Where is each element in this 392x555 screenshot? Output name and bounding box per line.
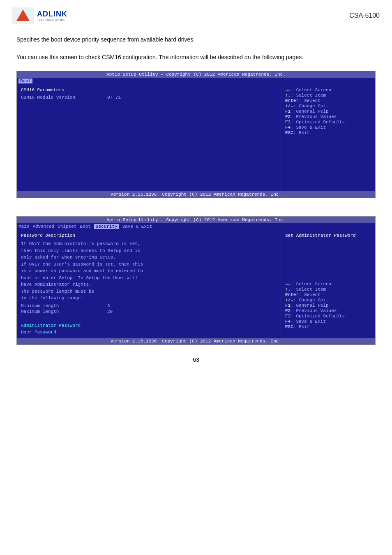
shortcut-select-screen-2: →←: Select Screen xyxy=(285,282,371,287)
shortcut-change-opt-2: +/–: Change Opt. xyxy=(285,298,371,303)
shortcut-f4-2: F4: Save & Exit xyxy=(285,319,371,324)
bios-left-panel-1: CSM16 Parameters CSM16 Module Version 07… xyxy=(17,84,281,191)
page-header: ADLINK TECHNOLOGY INC. CSA-5100 xyxy=(0,0,392,28)
bios-screen-1: Aptio Setup Utility – Copyright (C) 2012… xyxy=(16,71,376,198)
bios-body-1: CSM16 Parameters CSM16 Module Version 07… xyxy=(17,84,375,191)
tab-advanced[interactable]: Advanced xyxy=(32,224,54,229)
param-value-1: 07.71 xyxy=(107,95,121,100)
shortcut-f1-2: F1: General Help xyxy=(285,303,371,308)
shortcut-f4-1: F4: Save & Exit xyxy=(285,125,371,130)
param-name-1: CSM16 Module Version xyxy=(21,95,103,100)
bios-tab-bar-1: Boot xyxy=(17,78,375,84)
tab-boot[interactable]: Boot xyxy=(80,224,90,229)
shortcut-select-item-2: ↑↓: Select Item xyxy=(285,287,371,292)
admin-password-field[interactable]: Administrator Password xyxy=(21,323,277,328)
tab-main[interactable]: Main xyxy=(18,224,29,229)
shortcut-f3-1: F3: Optimized Defaults xyxy=(285,120,371,125)
tab-save-exit[interactable]: Save & Exit xyxy=(122,224,152,229)
bios-title-bar-1: Aptio Setup Utility – Copyright (C) 2012… xyxy=(17,71,375,78)
bios-title-bar-2: Aptio Setup Utility – Copyright (C) 2012… xyxy=(17,217,375,223)
bios-section-title-2: Password Description xyxy=(21,233,277,238)
spacer-1 xyxy=(0,203,392,211)
shortcut-f3-2: F3: Optimized Defaults xyxy=(285,314,371,319)
user-password-field[interactable]: User Password xyxy=(21,330,277,335)
min-length-row: Minimum length 3 xyxy=(21,303,277,308)
shortcut-esc-1: ESC: Exit xyxy=(285,130,371,135)
shortcut-f2-1: F2: Previous Values xyxy=(285,114,371,119)
min-length-value: 3 xyxy=(107,303,110,308)
bios-title-text-1: Aptio Setup Utility – Copyright (C) 2012… xyxy=(106,72,286,77)
description-block-2: You can use this screen to check CSM16 c… xyxy=(0,48,392,66)
shortcut-f1-1: F1: General Help xyxy=(285,109,371,114)
logo-icon xyxy=(12,7,34,24)
bios-left-panel-2: Password Description If ONLY the Adminis… xyxy=(17,230,281,338)
tab-security[interactable]: Security xyxy=(94,224,119,229)
min-length-label: Minimum length xyxy=(21,303,103,308)
max-length-row: Maximum length 20 xyxy=(21,309,277,314)
logo-sub-text: TECHNOLOGY INC. xyxy=(37,18,67,21)
shortcut-enter-1: Enter: Select xyxy=(285,98,371,103)
bios-desc-text-2: If ONLY the Administrator's password is … xyxy=(21,240,277,302)
logo-area: ADLINK TECHNOLOGY INC. xyxy=(12,7,67,24)
tab-chipset[interactable]: Chipset xyxy=(58,224,76,229)
set-admin-password-title: Set Administrator Password xyxy=(285,233,371,238)
model-number: CSA-5100 xyxy=(349,12,380,19)
shortcut-select-screen-1: →←: Select Screen xyxy=(285,88,371,92)
logo-text: ADLINK TECHNOLOGY INC. xyxy=(37,10,67,21)
max-length-value: 20 xyxy=(107,309,113,314)
shortcut-esc-2: ESC: Exit xyxy=(285,324,371,329)
shortcut-select-item-1: ↑↓: Select Item xyxy=(285,93,371,98)
max-length-label: Maximum length xyxy=(21,309,103,314)
bios-param-row-1: CSM16 Module Version 07.71 xyxy=(21,95,277,100)
logo-triangle-icon xyxy=(16,9,30,21)
bios-title-text-2: Aptio Setup Utility – Copyright (C) 2012… xyxy=(106,217,286,222)
bios-tab-bar-2: Main Advanced Chipset Boot Security Save… xyxy=(17,223,375,230)
bios-tab-boot[interactable]: Boot xyxy=(18,79,32,83)
bios-right-panel-1: →←: Select Screen ↑↓: Select Item Enter:… xyxy=(281,84,375,191)
bios-right-panel-2: Set Administrator Password →←: Select Sc… xyxy=(281,230,375,338)
description-text-2: You can use this screen to check CSM16 c… xyxy=(16,53,376,62)
bios-body-2: Password Description If ONLY the Adminis… xyxy=(17,230,375,338)
bios-screen-2: Aptio Setup Utility – Copyright (C) 2012… xyxy=(16,216,376,345)
shortcut-change-opt-1: +/–: Change Opt. xyxy=(285,104,371,109)
shortcut-f2-2: F2: Previous Values xyxy=(285,308,371,313)
logo-adlink-text: ADLINK xyxy=(37,10,67,18)
bios-footer-1: Version 2.15.1236. Copyright (C) 2012 Am… xyxy=(17,191,375,198)
page-number: 63 xyxy=(0,350,392,370)
description-text-1: Specifies the boot device priority seque… xyxy=(16,35,376,44)
shortcut-enter-2: Enter: Select xyxy=(285,292,371,297)
bios-footer-2: Version 2.15.1236. Copyright (C) 2012 Am… xyxy=(17,338,375,345)
bios-section-title-1: CSM16 Parameters xyxy=(21,88,277,92)
description-block-1: Specifies the boot device priority seque… xyxy=(0,28,392,48)
